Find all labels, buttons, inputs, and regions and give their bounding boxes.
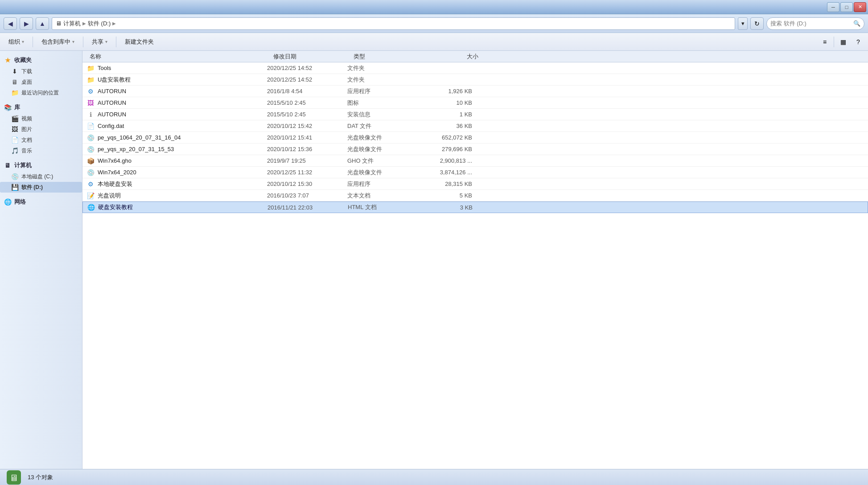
address-bar: ◀ ▶ ▲ 🖥 计算机 ▶ 软件 (D:) ▶ ▾ ↻ 🔍: [0, 14, 868, 33]
col-header-name[interactable]: 名称: [86, 53, 273, 61]
toolbar-right: ≡ ▦ ?: [819, 36, 864, 48]
file-size: 1 KB: [419, 111, 472, 118]
file-type: 光盘映像文件: [347, 145, 419, 153]
table-row[interactable]: ⚙ AUTORUN 2016/1/8 4:54 应用程序 1,926 KB: [82, 86, 868, 97]
sidebar-favorites-header[interactable]: ★ 收藏夹: [0, 54, 82, 66]
sidebar-item-recent[interactable]: 📁 最近访问的位置: [0, 87, 82, 98]
new-folder-button[interactable]: 新建文件夹: [120, 35, 159, 49]
file-date: 2019/9/7 19:25: [267, 157, 347, 164]
sidebar-item-d-drive[interactable]: 💾 软件 (D:): [0, 182, 82, 193]
table-row[interactable]: 💿 pe_yqs_1064_20_07_31_16_04 2020/10/12 …: [82, 132, 868, 144]
toolbar-sep-1: [33, 37, 33, 47]
forward-button[interactable]: ▶: [20, 17, 33, 30]
table-row[interactable]: 💿 pe_yqs_xp_20_07_31_15_53 2020/10/12 15…: [82, 144, 868, 155]
minimize-button[interactable]: ─: [827, 2, 839, 12]
sidebar-item-documents[interactable]: 📄 文档: [0, 135, 82, 145]
sidebar-item-video[interactable]: 🎬 视频: [0, 113, 82, 124]
sidebar-computer-header[interactable]: 🖥 计算机: [0, 160, 82, 171]
computer-icon: 🖥: [4, 161, 12, 169]
sidebar-item-music[interactable]: 🎵 音乐: [0, 145, 82, 156]
file-icon: 💿: [86, 168, 95, 177]
table-row[interactable]: 🖼 AUTORUN 2015/5/10 2:45 图标 10 KB: [82, 97, 868, 109]
new-folder-label: 新建文件夹: [125, 38, 154, 46]
table-row[interactable]: 📁 U盘安装教程 2020/12/25 14:52 文件夹: [82, 74, 868, 86]
table-row[interactable]: ⚙ 本地硬盘安装 2020/10/12 15:30 应用程序 28,315 KB: [82, 178, 868, 190]
help-button[interactable]: ?: [852, 36, 864, 48]
file-date: 2020/10/12 15:41: [267, 134, 347, 141]
breadcrumb-sep-1: ▶: [82, 21, 86, 26]
libraries-label: 库: [14, 103, 20, 111]
sidebar-network-header[interactable]: 🌐 网络: [0, 196, 82, 208]
title-bar: ─ □ ✕: [0, 0, 868, 14]
file-area: 名称 修改日期 类型 大小 📁 Tools 2020/12/25 14:52 文…: [82, 51, 868, 469]
table-row[interactable]: 📝 光盘说明 2016/10/23 7:07 文本文档 5 KB: [82, 190, 868, 201]
main-layout: ★ 收藏夹 ⬇ 下载 🖥 桌面 📁 最近访问的位置 📚 库 �: [0, 51, 868, 469]
documents-icon: 📄: [11, 136, 19, 144]
c-drive-icon: 💿: [11, 173, 19, 181]
search-input[interactable]: [770, 20, 852, 27]
col-header-size[interactable]: 大小: [425, 53, 478, 61]
view-button[interactable]: ≡: [819, 36, 831, 48]
file-list-header: 名称 修改日期 类型 大小: [82, 51, 868, 62]
file-list-body: 📁 Tools 2020/12/25 14:52 文件夹 📁 U盘安装教程 20…: [82, 62, 868, 469]
downloads-label: 下载: [21, 68, 32, 75]
file-name: U盘安装教程: [98, 76, 267, 84]
maximize-button[interactable]: □: [840, 2, 853, 12]
table-row[interactable]: 📦 Win7x64.gho 2019/9/7 19:25 GHO 文件 2,90…: [82, 155, 868, 167]
breadcrumb-computer[interactable]: 计算机: [63, 20, 81, 28]
view-details-button[interactable]: ▦: [837, 36, 849, 48]
sidebar-item-c-drive[interactable]: 💿 本地磁盘 (C:): [0, 171, 82, 182]
file-icon: 📁: [86, 64, 95, 73]
network-label: 网络: [14, 198, 26, 206]
file-icon: ℹ: [86, 110, 95, 119]
table-row[interactable]: 📁 Tools 2020/12/25 14:52 文件夹: [82, 62, 868, 74]
organize-button[interactable]: 组织 ▾: [4, 35, 29, 49]
col-header-type[interactable]: 类型: [354, 53, 425, 61]
refresh-button[interactable]: ↻: [750, 17, 764, 30]
view-icon: ≡: [823, 38, 827, 45]
sidebar-item-downloads[interactable]: ⬇ 下载: [0, 66, 82, 77]
share-button[interactable]: 共享 ▾: [87, 35, 112, 49]
sidebar-item-pictures[interactable]: 🖼 图片: [0, 124, 82, 135]
address-dropdown[interactable]: ▾: [738, 17, 748, 30]
file-icon: ⚙: [86, 180, 95, 189]
file-icon: 📝: [86, 191, 95, 200]
back-button[interactable]: ◀: [4, 17, 17, 30]
table-row[interactable]: ℹ AUTORUN 2015/5/10 2:45 安装信息 1 KB: [82, 109, 868, 120]
sidebar-item-desktop[interactable]: 🖥 桌面: [0, 77, 82, 87]
breadcrumb-drive[interactable]: 软件 (D:): [88, 20, 111, 28]
file-size: 36 KB: [419, 123, 472, 129]
file-size: 1,926 KB: [419, 88, 472, 95]
file-date: 2020/12/25 14:52: [267, 76, 347, 83]
music-icon: 🎵: [11, 147, 19, 155]
dropdown-icon: ▾: [741, 20, 745, 27]
recent-label: 最近访问的位置: [21, 89, 59, 97]
table-row[interactable]: 📄 Config.dat 2020/10/12 15:42 DAT 文件 36 …: [82, 120, 868, 132]
file-name: Win7x64_2020: [98, 169, 267, 176]
help-icon: ?: [856, 38, 860, 45]
organize-chevron: ▾: [22, 39, 24, 44]
file-size: 279,696 KB: [419, 146, 472, 152]
file-name: 光盘说明: [98, 192, 267, 200]
favorites-icon: ★: [4, 56, 12, 64]
include-library-button[interactable]: 包含到库中 ▾: [37, 35, 79, 49]
file-date: 2015/5/10 2:45: [267, 99, 347, 106]
file-icon: 🖼: [86, 99, 95, 107]
sidebar-section-libraries: 📚 库 🎬 视频 🖼 图片 📄 文档 🎵 音乐: [0, 102, 82, 156]
file-icon: 📄: [86, 122, 95, 131]
col-header-date[interactable]: 修改日期: [273, 53, 354, 61]
up-button[interactable]: ▲: [36, 17, 49, 30]
breadcrumb-icon: 🖥: [56, 20, 62, 27]
file-icon: 📦: [86, 156, 95, 165]
file-date: 2020/10/12 15:36: [267, 146, 347, 152]
video-label: 视频: [21, 115, 32, 123]
table-row[interactable]: 💿 Win7x64_2020 2020/12/25 11:32 光盘映像文件 3…: [82, 167, 868, 178]
share-label: 共享: [92, 38, 103, 46]
file-size: 652,072 KB: [419, 134, 472, 141]
sidebar: ★ 收藏夹 ⬇ 下载 🖥 桌面 📁 最近访问的位置 📚 库 �: [0, 51, 82, 469]
sidebar-section-computer: 🖥 计算机 💿 本地磁盘 (C:) 💾 软件 (D:): [0, 160, 82, 193]
sidebar-libraries-header[interactable]: 📚 库: [0, 102, 82, 113]
file-icon: ⚙: [86, 87, 95, 96]
close-button[interactable]: ✕: [854, 2, 866, 12]
table-row[interactable]: 🌐 硬盘安装教程 2016/11/21 22:03 HTML 文档 3 KB: [82, 201, 868, 213]
